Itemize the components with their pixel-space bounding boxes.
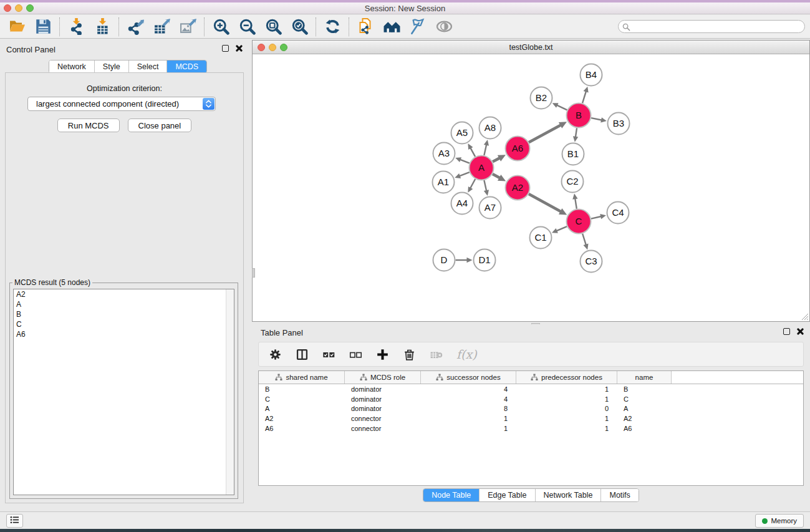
svg-text:A6: A6 [512, 143, 523, 153]
table-row[interactable]: Bdominator41B [259, 384, 803, 394]
home-icon[interactable] [380, 17, 403, 37]
select-all-icon[interactable] [322, 348, 335, 361]
column-header-MCDS-role[interactable]: MCDS role [345, 371, 421, 384]
tab-mcds[interactable]: MCDS [167, 60, 206, 73]
mcds-result-item[interactable]: A [14, 299, 234, 309]
svg-text:C2: C2 [566, 176, 578, 186]
tab-network-table[interactable]: Network Table [536, 489, 602, 501]
tab-network[interactable]: Network [49, 60, 95, 73]
task-history-button[interactable] [6, 514, 23, 528]
column-header-name[interactable]: name [617, 371, 672, 384]
tab-motifs[interactable]: Motifs [601, 489, 638, 501]
splitter-handle-left[interactable] [252, 268, 255, 278]
zoom-out-icon[interactable] [235, 17, 259, 37]
export-image-icon[interactable] [176, 17, 200, 37]
svg-text:C4: C4 [612, 207, 624, 218]
open-icon[interactable] [5, 17, 29, 37]
save-icon[interactable] [31, 17, 55, 37]
column-header-predecessor-nodes[interactable]: predecessor nodes [516, 371, 617, 384]
mcds-result-item[interactable]: B [14, 309, 234, 319]
svg-text:C3: C3 [585, 256, 597, 266]
close-panel-button[interactable]: Close panel [128, 118, 192, 132]
import-network-icon[interactable] [64, 17, 88, 37]
mcds-result-group: MCDS result (5 nodes) A2ABCA6 [9, 283, 238, 499]
memory-button[interactable]: Memory [755, 514, 804, 528]
resize-grip-icon[interactable] [800, 312, 809, 321]
table-row[interactable]: Cdominator41C [259, 394, 803, 404]
network-window-titlebar[interactable]: testGlobe.txt [253, 41, 809, 54]
column-header-successor-nodes[interactable]: successor nodes [421, 371, 516, 384]
svg-text:A8: A8 [485, 122, 496, 133]
select-stepper-icon [203, 98, 215, 110]
export-table-icon[interactable] [150, 17, 173, 37]
zoom-selected-icon[interactable] [287, 17, 311, 37]
table-row[interactable]: Adominator80A [259, 404, 803, 414]
tab-style[interactable]: Style [95, 60, 129, 73]
tab-select[interactable]: Select [129, 60, 168, 73]
close-panel-icon[interactable] [235, 44, 243, 52]
svg-text:B2: B2 [536, 92, 547, 103]
memory-label: Memory [771, 517, 797, 525]
table-cell: 1 [516, 414, 617, 423]
svg-text:A1: A1 [438, 177, 449, 187]
table-close-icon[interactable] [796, 327, 804, 335]
table-row[interactable]: A6connector11A6 [259, 423, 803, 433]
criterion-select[interactable]: largest connected component (directed) [27, 97, 216, 111]
svg-text:A2: A2 [512, 182, 523, 193]
svg-text:B4: B4 [586, 69, 597, 80]
svg-text:A: A [478, 162, 485, 173]
mcds-result-item[interactable]: C [14, 319, 234, 329]
import-table-icon[interactable] [90, 17, 114, 37]
trash-icon[interactable] [403, 348, 416, 361]
search-field-wrap [618, 20, 805, 33]
duplicate-network-icon[interactable] [354, 17, 377, 37]
network-canvas[interactable]: B4B2BB3B1A5A8A6A3AA1A2C2A4A7C4CC1C3DD1 [253, 54, 809, 321]
mcds-result-item[interactable]: A2 [14, 289, 234, 299]
mcds-result-title: MCDS result (5 nodes) [12, 278, 92, 287]
delete-table-icon [430, 348, 443, 361]
mcds-list-scrollbar[interactable] [226, 289, 234, 495]
svg-text:A4: A4 [456, 198, 468, 208]
control-panel-tabs: NetworkStyleSelectMCDS [49, 60, 207, 74]
gear-icon[interactable] [269, 348, 282, 361]
table-cell: A6 [259, 423, 345, 433]
toolbar-separator [59, 17, 60, 36]
mcds-result-list[interactable]: A2ABCA6 [13, 289, 234, 495]
node-table[interactable]: shared nameMCDS rolesuccessor nodesprede… [258, 370, 804, 486]
float-panel-icon[interactable] [222, 45, 229, 52]
table-cell: 1 [516, 384, 617, 394]
svg-text:B3: B3 [613, 118, 624, 128]
zoom-in-icon[interactable] [209, 17, 233, 37]
add-column-icon[interactable] [376, 348, 389, 361]
svg-text:A3: A3 [438, 148, 450, 158]
table-tabs: Node TableEdge TableNetwork TableMotifs [423, 488, 639, 502]
mcds-result-item[interactable]: A6 [14, 329, 234, 339]
table-cell: 4 [421, 384, 516, 394]
memory-status-icon [762, 518, 768, 524]
table-row[interactable]: A2connector11A2 [259, 414, 803, 423]
vizmap-icon[interactable] [406, 17, 430, 37]
export-network-icon[interactable] [123, 17, 147, 37]
tab-node-table[interactable]: Node Table [423, 489, 480, 501]
table-cell: A [617, 404, 672, 414]
svg-text:B: B [576, 110, 582, 120]
desktop-strip-bottom [0, 529, 810, 532]
column-header-shared-name[interactable]: shared name [259, 371, 345, 384]
unselect-all-icon[interactable] [349, 348, 362, 361]
eye-icon[interactable] [432, 17, 456, 37]
table-cell: 4 [421, 394, 516, 404]
table-float-icon[interactable] [783, 328, 790, 335]
cytoscape-app: Session: New Session Control Panel Netwo… [0, 0, 810, 532]
run-mcds-button[interactable]: Run MCDS [57, 118, 120, 132]
header-filler [672, 371, 803, 384]
svg-text:D1: D1 [478, 254, 490, 265]
columns-icon[interactable] [296, 348, 309, 361]
svg-text:A5: A5 [456, 127, 468, 138]
tree-icon [275, 374, 282, 381]
zoom-fit-icon[interactable] [261, 17, 285, 37]
tab-edge-table[interactable]: Edge Table [480, 489, 535, 501]
search-input[interactable] [618, 20, 805, 33]
table-cell: connector [345, 414, 421, 423]
table-cell: C [617, 394, 672, 404]
refresh-icon[interactable] [321, 17, 344, 37]
